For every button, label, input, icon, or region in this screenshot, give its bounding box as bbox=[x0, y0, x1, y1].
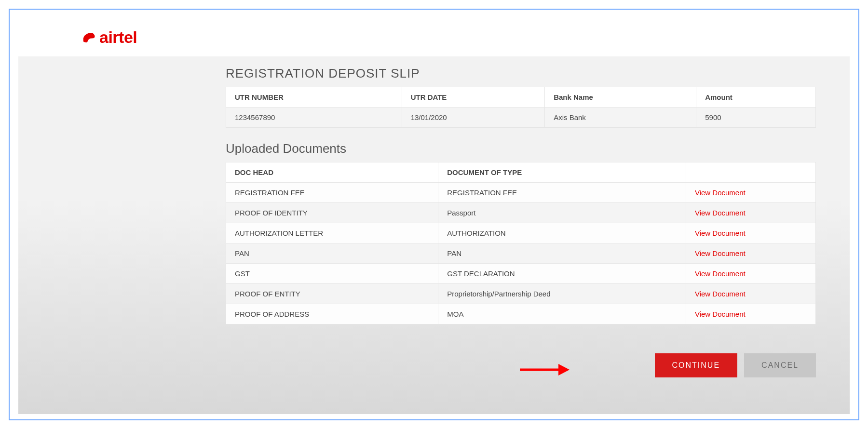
cell-utr-number: 1234567890 bbox=[226, 107, 402, 128]
cell-action: View Document bbox=[686, 264, 815, 284]
cell-doc-type: Passport bbox=[438, 203, 686, 223]
col-doc-head: DOC HEAD bbox=[226, 162, 438, 183]
main-content: REGISTRATION DEPOSIT SLIP UTR NUMBER UTR… bbox=[18, 56, 850, 414]
view-document-link[interactable]: View Document bbox=[695, 229, 746, 237]
view-document-link[interactable]: View Document bbox=[695, 209, 746, 217]
documents-table: DOC HEAD DOCUMENT OF TYPE REGISTRATION F… bbox=[226, 162, 816, 324]
cell-doc-type: MOA bbox=[438, 304, 686, 324]
view-document-link[interactable]: View Document bbox=[695, 188, 746, 197]
cell-action: View Document bbox=[686, 243, 815, 264]
cell-doc-head: PAN bbox=[226, 243, 438, 264]
cell-bank-name: Axis Bank bbox=[545, 107, 696, 128]
brand-logo: airtel bbox=[81, 28, 137, 47]
table-row: AUTHORIZATION LETTERAUTHORIZATIONView Do… bbox=[226, 223, 816, 243]
table-row: PROOF OF ADDRESSMOAView Document bbox=[226, 304, 816, 324]
cell-doc-head: PROOF OF ENTITY bbox=[226, 284, 438, 304]
col-utr-number: UTR NUMBER bbox=[226, 87, 402, 107]
cell-action: View Document bbox=[686, 203, 815, 223]
cell-doc-type: PAN bbox=[438, 243, 686, 264]
cell-doc-head: PROOF OF ADDRESS bbox=[226, 304, 438, 324]
cell-action: View Document bbox=[686, 183, 815, 203]
col-action bbox=[686, 162, 815, 183]
header: airtel bbox=[18, 18, 850, 56]
table-row: PROOF OF ENTITYProprietorship/Partnershi… bbox=[226, 284, 816, 304]
deposit-table: UTR NUMBER UTR DATE Bank Name Amount 123… bbox=[226, 87, 816, 128]
cell-doc-head: REGISTRATION FEE bbox=[226, 183, 438, 203]
cell-doc-type: Proprietorship/Partnership Deed bbox=[438, 284, 686, 304]
cell-action: View Document bbox=[686, 223, 815, 243]
view-document-link[interactable]: View Document bbox=[695, 290, 746, 298]
app-frame: airtel REGISTRATION DEPOSIT SLIP UTR NUM… bbox=[9, 9, 859, 420]
table-header-row: DOC HEAD DOCUMENT OF TYPE bbox=[226, 162, 816, 183]
table-row: 1234567890 13/01/2020 Axis Bank 5900 bbox=[226, 107, 816, 128]
cell-doc-head: GST bbox=[226, 264, 438, 284]
cell-doc-head: AUTHORIZATION LETTER bbox=[226, 223, 438, 243]
cell-utr-date: 13/01/2020 bbox=[402, 107, 545, 128]
brand-name: airtel bbox=[99, 28, 137, 47]
uploaded-documents-title: Uploaded Documents bbox=[226, 141, 816, 156]
continue-button[interactable]: CONTINUE bbox=[655, 353, 738, 377]
cancel-button[interactable]: CANCEL bbox=[744, 353, 816, 377]
col-amount: Amount bbox=[696, 87, 816, 107]
view-document-link[interactable]: View Document bbox=[695, 269, 746, 278]
table-header-row: UTR NUMBER UTR DATE Bank Name Amount bbox=[226, 87, 816, 107]
cell-doc-type: GST DECLARATION bbox=[438, 264, 686, 284]
cell-action: View Document bbox=[686, 304, 815, 324]
airtel-swirl-icon bbox=[81, 30, 96, 45]
cell-doc-head: PROOF OF IDENTITY bbox=[226, 203, 438, 223]
action-button-row: CONTINUE CANCEL bbox=[226, 353, 816, 377]
cell-action: View Document bbox=[686, 284, 815, 304]
cell-amount: 5900 bbox=[696, 107, 816, 128]
table-row: PROOF OF IDENTITYPassportView Document bbox=[226, 203, 816, 223]
cell-doc-type: AUTHORIZATION bbox=[438, 223, 686, 243]
view-document-link[interactable]: View Document bbox=[695, 310, 746, 318]
table-row: PANPANView Document bbox=[226, 243, 816, 264]
view-document-link[interactable]: View Document bbox=[695, 249, 746, 257]
cell-doc-type: REGISTRATION FEE bbox=[438, 183, 686, 203]
col-bank-name: Bank Name bbox=[545, 87, 696, 107]
deposit-slip-title: REGISTRATION DEPOSIT SLIP bbox=[226, 66, 816, 81]
table-row: REGISTRATION FEEREGISTRATION FEEView Doc… bbox=[226, 183, 816, 203]
col-utr-date: UTR DATE bbox=[402, 87, 545, 107]
table-row: GSTGST DECLARATIONView Document bbox=[226, 264, 816, 284]
col-doc-type: DOCUMENT OF TYPE bbox=[438, 162, 686, 183]
